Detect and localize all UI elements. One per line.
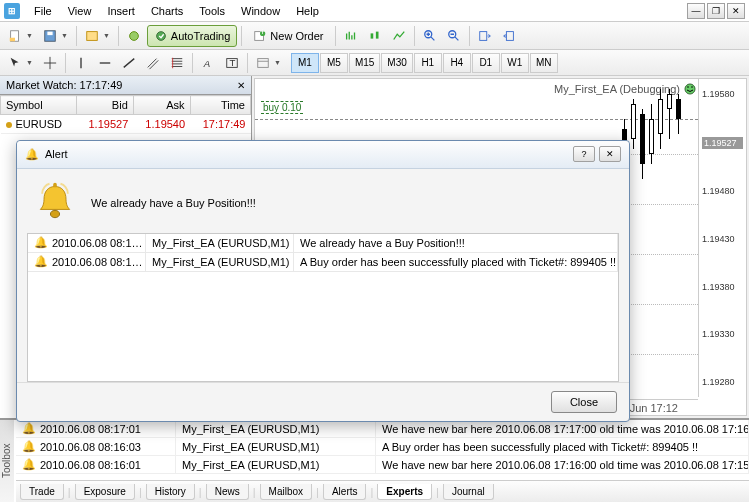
dialog-titlebar[interactable]: 🔔 Alert ? ✕ bbox=[17, 141, 629, 169]
bell-icon: 🔔 bbox=[22, 458, 36, 471]
dlg-msg: We already have a Buy Position!!! bbox=[294, 234, 618, 252]
tab-journal[interactable]: Journal bbox=[443, 484, 494, 500]
mw-symbol: EURUSD bbox=[16, 118, 62, 130]
tf-mn[interactable]: MN bbox=[530, 53, 558, 73]
zoom-out-icon[interactable] bbox=[443, 25, 465, 47]
text-icon[interactable]: A bbox=[197, 52, 219, 74]
restore-button[interactable]: ❐ bbox=[707, 3, 725, 19]
new-order-button[interactable]: + New Order bbox=[246, 25, 330, 47]
symbol-dot-icon bbox=[6, 122, 12, 128]
toolbox-row[interactable]: 🔔2010.06.08 08:17:01 My_First_EA (EURUSD… bbox=[16, 420, 749, 438]
window-controls: — ❐ ✕ bbox=[687, 3, 745, 19]
dialog-row[interactable]: 🔔2010.06.08 08:1… My_First_EA (EURUSD,M1… bbox=[28, 234, 618, 253]
tf-d1[interactable]: D1 bbox=[472, 53, 500, 73]
close-button[interactable]: ✕ bbox=[727, 3, 745, 19]
tb-time: 2010.06.08 08:16:01 bbox=[40, 459, 141, 471]
menu-view[interactable]: View bbox=[60, 2, 100, 20]
tb-msg: We have new bar here 2010.06.08 17:17:00… bbox=[376, 420, 749, 437]
drawing-toolbar: ▼ A T ▼ M1 M5 M15 M30 H1 H4 D1 W1 MN bbox=[0, 50, 749, 76]
separator bbox=[469, 26, 470, 46]
toolbox-row[interactable]: 🔔2010.06.08 08:16:01 My_First_EA (EURUSD… bbox=[16, 456, 749, 474]
vertical-line-icon[interactable] bbox=[70, 52, 92, 74]
svg-rect-1 bbox=[10, 37, 15, 41]
save-icon[interactable]: ▼ bbox=[39, 25, 72, 47]
market-watch-close-icon[interactable]: ✕ bbox=[237, 80, 245, 91]
toolbox-row[interactable]: 🔔2010.06.08 08:16:03 My_First_EA (EURUSD… bbox=[16, 438, 749, 456]
trendline-icon[interactable] bbox=[118, 52, 140, 74]
y-tick: 1.19380 bbox=[702, 282, 743, 292]
mw-header-symbol[interactable]: Symbol bbox=[1, 96, 77, 115]
tf-m5[interactable]: M5 bbox=[320, 53, 348, 73]
toolbox-panel: Toolbox 🔔2010.06.08 08:17:01 My_First_EA… bbox=[0, 418, 749, 502]
svg-rect-24 bbox=[53, 183, 57, 188]
bar-chart-icon[interactable] bbox=[340, 25, 362, 47]
tf-h1[interactable]: H1 bbox=[414, 53, 442, 73]
tf-h4[interactable]: H4 bbox=[443, 53, 471, 73]
mw-header-bid[interactable]: Bid bbox=[76, 96, 133, 115]
bell-icon: 🔔 bbox=[25, 148, 39, 161]
menu-tools[interactable]: Tools bbox=[191, 2, 233, 20]
menu-window[interactable]: Window bbox=[233, 2, 288, 20]
tf-m1[interactable]: M1 bbox=[291, 53, 319, 73]
text-label-icon[interactable]: T bbox=[221, 52, 243, 74]
tab-trade[interactable]: Trade bbox=[20, 484, 64, 500]
bell-icon: 🔔 bbox=[34, 255, 48, 268]
dialog-row[interactable]: 🔔2010.06.08 08:1… My_First_EA (EURUSD,M1… bbox=[28, 253, 618, 272]
tb-time: 2010.06.08 08:17:01 bbox=[40, 423, 141, 435]
tf-w1[interactable]: W1 bbox=[501, 53, 529, 73]
fibonacci-icon[interactable] bbox=[166, 52, 188, 74]
separator bbox=[414, 26, 415, 46]
tab-exposure[interactable]: Exposure bbox=[75, 484, 135, 500]
line-chart-icon[interactable] bbox=[388, 25, 410, 47]
cursor-icon[interactable]: ▼ bbox=[4, 52, 37, 74]
tf-m15[interactable]: M15 bbox=[349, 53, 380, 73]
market-watch-title: Market Watch: 17:17:49 ✕ bbox=[0, 76, 251, 95]
menu-help[interactable]: Help bbox=[288, 2, 327, 20]
dialog-help-button[interactable]: ? bbox=[573, 146, 595, 162]
market-watch-label: Market Watch: 17:17:49 bbox=[6, 79, 122, 91]
tab-experts[interactable]: Experts bbox=[377, 484, 432, 500]
bell-icon: 🔔 bbox=[22, 422, 36, 435]
dlg-src: My_First_EA (EURUSD,M1) bbox=[146, 253, 294, 271]
mw-header-time[interactable]: Time bbox=[190, 96, 250, 115]
svg-rect-15 bbox=[506, 31, 513, 40]
tab-news[interactable]: News bbox=[206, 484, 249, 500]
tb-src: My_First_EA (EURUSD,M1) bbox=[176, 438, 376, 455]
new-file-icon[interactable]: ▼ bbox=[4, 25, 37, 47]
tb-src: My_First_EA (EURUSD,M1) bbox=[176, 420, 376, 437]
menu-insert[interactable]: Insert bbox=[99, 2, 143, 20]
app-icon: ⊞ bbox=[4, 3, 20, 19]
dlg-time: 2010.06.08 08:1… bbox=[52, 237, 143, 249]
autotrading-button[interactable]: AutoTrading bbox=[147, 25, 238, 47]
chart-shift-icon[interactable] bbox=[498, 25, 520, 47]
horizontal-line-icon[interactable] bbox=[94, 52, 116, 74]
candlestick-icon[interactable] bbox=[364, 25, 386, 47]
svg-text:T: T bbox=[229, 56, 235, 67]
crosshair-icon[interactable] bbox=[39, 52, 61, 74]
mw-header-ask[interactable]: Ask bbox=[133, 96, 190, 115]
separator bbox=[76, 26, 77, 46]
autotrading-label: AutoTrading bbox=[171, 30, 231, 42]
tab-mailbox[interactable]: Mailbox bbox=[260, 484, 312, 500]
bell-icon: 🔔 bbox=[22, 440, 36, 453]
tab-alerts[interactable]: Alerts bbox=[323, 484, 367, 500]
close-button[interactable]: Close bbox=[551, 391, 617, 413]
dialog-close-button[interactable]: ✕ bbox=[599, 146, 621, 162]
tb-msg: A Buy order has been successfully placed… bbox=[376, 438, 749, 455]
minimize-button[interactable]: — bbox=[687, 3, 705, 19]
tab-history[interactable]: History bbox=[146, 484, 195, 500]
menu-charts[interactable]: Charts bbox=[143, 2, 191, 20]
svg-text:A: A bbox=[203, 57, 210, 68]
menubar: ⊞ File View Insert Charts Tools Window H… bbox=[0, 0, 749, 22]
auto-scroll-icon[interactable] bbox=[474, 25, 496, 47]
tf-m30[interactable]: M30 bbox=[381, 53, 412, 73]
options-icon[interactable] bbox=[123, 25, 145, 47]
profile-icon[interactable]: ▼ bbox=[81, 25, 114, 47]
mw-row[interactable]: EURUSD 1.19527 1.19540 17:17:49 bbox=[1, 115, 251, 134]
toolbox-label: Toolbox bbox=[0, 420, 14, 502]
periodicity-icon[interactable]: ▼ bbox=[252, 52, 285, 74]
svg-rect-4 bbox=[87, 31, 98, 40]
equidistant-icon[interactable] bbox=[142, 52, 164, 74]
zoom-in-icon[interactable] bbox=[419, 25, 441, 47]
menu-file[interactable]: File bbox=[26, 2, 60, 20]
